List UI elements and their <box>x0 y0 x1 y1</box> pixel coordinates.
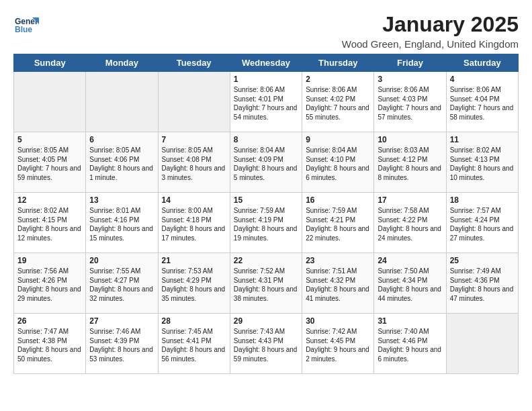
day-number: 6 <box>89 135 154 144</box>
day-info: Sunrise: 7:56 AM Sunset: 4:26 PM Dayligh… <box>17 267 82 303</box>
day-number: 17 <box>378 195 442 205</box>
day-number: 11 <box>450 135 515 144</box>
day-info: Sunrise: 8:06 AM Sunset: 4:03 PM Dayligh… <box>378 85 442 122</box>
day-info: Sunrise: 7:55 AM Sunset: 4:27 PM Dayligh… <box>89 267 154 303</box>
day-number: 14 <box>162 195 226 205</box>
day-number: 31 <box>378 316 442 326</box>
day-number: 23 <box>306 256 370 265</box>
day-info: Sunrise: 7:46 AM Sunset: 4:39 PM Dayligh… <box>89 327 154 363</box>
calendar-cell: 15Sunrise: 7:59 AM Sunset: 4:19 PM Dayli… <box>230 193 302 253</box>
calendar-cell <box>14 72 86 132</box>
day-header-row: Sunday Monday Tuesday Wednesday Thursday… <box>14 54 519 72</box>
day-number: 13 <box>89 195 154 205</box>
day-info: Sunrise: 8:02 AM Sunset: 4:15 PM Dayligh… <box>17 206 82 242</box>
main-title: January 2025 <box>342 12 519 37</box>
calendar-cell <box>446 314 518 374</box>
col-thursday: Thursday <box>302 54 374 72</box>
calendar-cell: 21Sunrise: 7:53 AM Sunset: 4:29 PM Dayli… <box>158 253 230 314</box>
calendar-cell: 17Sunrise: 7:58 AM Sunset: 4:22 PM Dayli… <box>374 193 446 253</box>
calendar-cell: 2Sunrise: 8:06 AM Sunset: 4:02 PM Daylig… <box>302 72 374 132</box>
day-number: 18 <box>450 195 515 205</box>
day-number: 29 <box>234 316 298 326</box>
calendar-cell: 30Sunrise: 7:42 AM Sunset: 4:45 PM Dayli… <box>302 314 374 374</box>
day-number: 30 <box>306 316 370 326</box>
col-sunday: Sunday <box>14 54 86 72</box>
day-number: 2 <box>306 75 370 84</box>
logo: General Blue <box>13 12 39 38</box>
col-tuesday: Tuesday <box>158 54 230 72</box>
day-number: 19 <box>17 256 82 265</box>
subtitle: Wood Green, England, United Kingdom <box>342 38 519 50</box>
week-row-2: 5Sunrise: 8:05 AM Sunset: 4:05 PM Daylig… <box>14 132 519 193</box>
calendar-cell: 7Sunrise: 8:05 AM Sunset: 4:08 PM Daylig… <box>158 132 230 193</box>
day-number: 21 <box>162 256 226 265</box>
calendar-cell: 26Sunrise: 7:47 AM Sunset: 4:38 PM Dayli… <box>14 314 86 374</box>
calendar-cell: 5Sunrise: 8:05 AM Sunset: 4:05 PM Daylig… <box>14 132 86 193</box>
day-number: 25 <box>450 256 515 265</box>
day-info: Sunrise: 7:43 AM Sunset: 4:43 PM Dayligh… <box>234 327 298 363</box>
day-number: 3 <box>378 75 442 84</box>
day-info: Sunrise: 8:05 AM Sunset: 4:06 PM Dayligh… <box>89 146 154 182</box>
calendar-cell: 29Sunrise: 7:43 AM Sunset: 4:43 PM Dayli… <box>230 314 302 374</box>
day-info: Sunrise: 8:01 AM Sunset: 4:16 PM Dayligh… <box>89 206 154 242</box>
day-number: 1 <box>234 75 298 84</box>
calendar-cell: 20Sunrise: 7:55 AM Sunset: 4:27 PM Dayli… <box>86 253 158 314</box>
day-info: Sunrise: 8:04 AM Sunset: 4:10 PM Dayligh… <box>306 146 370 182</box>
calendar-cell: 16Sunrise: 7:59 AM Sunset: 4:21 PM Dayli… <box>302 193 374 253</box>
calendar-cell: 14Sunrise: 8:00 AM Sunset: 4:18 PM Dayli… <box>158 193 230 253</box>
calendar-cell <box>158 72 230 132</box>
day-number: 8 <box>234 135 298 144</box>
title-block: January 2025 Wood Green, England, United… <box>342 12 519 50</box>
day-number: 27 <box>89 316 154 326</box>
day-info: Sunrise: 7:51 AM Sunset: 4:32 PM Dayligh… <box>306 267 370 303</box>
day-number: 28 <box>162 316 226 326</box>
day-info: Sunrise: 7:47 AM Sunset: 4:38 PM Dayligh… <box>17 327 82 363</box>
calendar-cell: 12Sunrise: 8:02 AM Sunset: 4:15 PM Dayli… <box>14 193 86 253</box>
week-row-5: 26Sunrise: 7:47 AM Sunset: 4:38 PM Dayli… <box>14 314 519 374</box>
calendar-cell: 25Sunrise: 7:49 AM Sunset: 4:36 PM Dayli… <box>446 253 518 314</box>
day-number: 12 <box>17 195 82 205</box>
calendar-cell: 4Sunrise: 8:06 AM Sunset: 4:04 PM Daylig… <box>446 72 518 132</box>
header: General Blue January 2025 Wood Green, En… <box>13 12 519 50</box>
calendar-cell: 28Sunrise: 7:45 AM Sunset: 4:41 PM Dayli… <box>158 314 230 374</box>
day-number: 7 <box>162 135 226 144</box>
day-number: 4 <box>450 75 515 84</box>
calendar-cell: 9Sunrise: 8:04 AM Sunset: 4:10 PM Daylig… <box>302 132 374 193</box>
day-info: Sunrise: 7:52 AM Sunset: 4:31 PM Dayligh… <box>234 267 298 303</box>
calendar-cell: 11Sunrise: 8:02 AM Sunset: 4:13 PM Dayli… <box>446 132 518 193</box>
day-info: Sunrise: 7:58 AM Sunset: 4:22 PM Dayligh… <box>378 206 442 242</box>
calendar-cell: 13Sunrise: 8:01 AM Sunset: 4:16 PM Dayli… <box>86 193 158 253</box>
calendar-cell: 6Sunrise: 8:05 AM Sunset: 4:06 PM Daylig… <box>86 132 158 193</box>
page: General Blue January 2025 Wood Green, En… <box>0 0 532 381</box>
week-row-3: 12Sunrise: 8:02 AM Sunset: 4:15 PM Dayli… <box>14 193 519 253</box>
day-info: Sunrise: 7:50 AM Sunset: 4:34 PM Dayligh… <box>378 267 442 303</box>
calendar-cell: 1Sunrise: 8:06 AM Sunset: 4:01 PM Daylig… <box>230 72 302 132</box>
day-info: Sunrise: 8:05 AM Sunset: 4:08 PM Dayligh… <box>162 146 226 182</box>
day-info: Sunrise: 7:59 AM Sunset: 4:19 PM Dayligh… <box>234 206 298 242</box>
calendar-cell: 24Sunrise: 7:50 AM Sunset: 4:34 PM Dayli… <box>374 253 446 314</box>
day-info: Sunrise: 8:04 AM Sunset: 4:09 PM Dayligh… <box>234 146 298 182</box>
day-info: Sunrise: 7:49 AM Sunset: 4:36 PM Dayligh… <box>450 267 515 303</box>
logo-icon: General Blue <box>13 12 39 38</box>
col-saturday: Saturday <box>446 54 518 72</box>
day-number: 20 <box>89 256 154 265</box>
calendar-cell: 18Sunrise: 7:57 AM Sunset: 4:24 PM Dayli… <box>446 193 518 253</box>
day-info: Sunrise: 7:42 AM Sunset: 4:45 PM Dayligh… <box>306 327 370 363</box>
calendar-cell: 31Sunrise: 7:40 AM Sunset: 4:46 PM Dayli… <box>374 314 446 374</box>
day-info: Sunrise: 8:05 AM Sunset: 4:05 PM Dayligh… <box>17 146 82 182</box>
day-info: Sunrise: 7:45 AM Sunset: 4:41 PM Dayligh… <box>162 327 226 363</box>
calendar-cell <box>86 72 158 132</box>
col-wednesday: Wednesday <box>230 54 302 72</box>
calendar-cell: 22Sunrise: 7:52 AM Sunset: 4:31 PM Dayli… <box>230 253 302 314</box>
calendar-cell: 3Sunrise: 8:06 AM Sunset: 4:03 PM Daylig… <box>374 72 446 132</box>
calendar-cell: 8Sunrise: 8:04 AM Sunset: 4:09 PM Daylig… <box>230 132 302 193</box>
day-info: Sunrise: 7:59 AM Sunset: 4:21 PM Dayligh… <box>306 206 370 242</box>
col-monday: Monday <box>86 54 158 72</box>
col-friday: Friday <box>374 54 446 72</box>
day-info: Sunrise: 8:00 AM Sunset: 4:18 PM Dayligh… <box>162 206 226 242</box>
calendar-table: Sunday Monday Tuesday Wednesday Thursday… <box>13 54 519 374</box>
day-number: 26 <box>17 316 82 326</box>
week-row-4: 19Sunrise: 7:56 AM Sunset: 4:26 PM Dayli… <box>14 253 519 314</box>
day-info: Sunrise: 8:02 AM Sunset: 4:13 PM Dayligh… <box>450 146 515 182</box>
day-info: Sunrise: 7:57 AM Sunset: 4:24 PM Dayligh… <box>450 206 515 242</box>
